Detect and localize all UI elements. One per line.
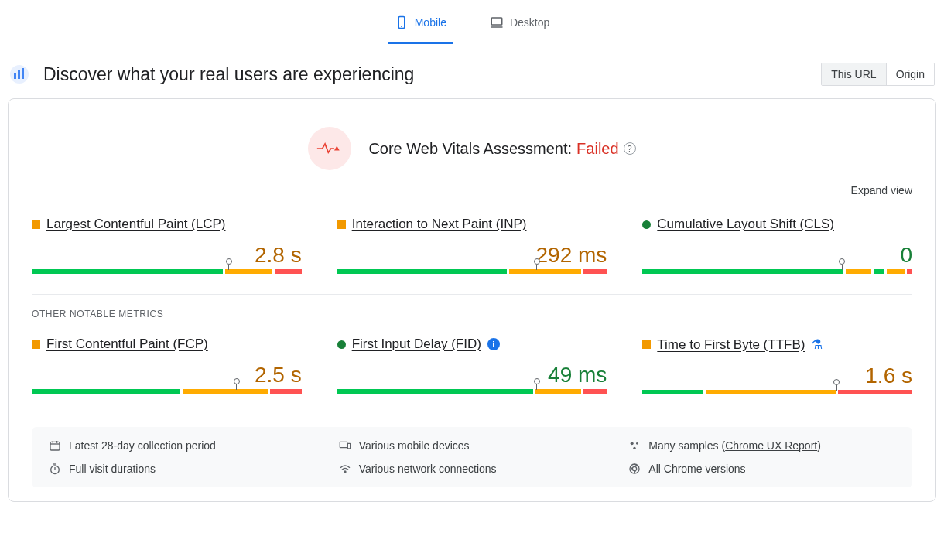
assessment-text: Core Web Vitals Assessment: Failed ? xyxy=(368,140,635,158)
metric-value: 49 ms xyxy=(337,352,607,389)
network-icon xyxy=(339,463,351,475)
assessment-row: Core Web Vitals Assessment: Failed ? xyxy=(26,116,918,176)
svg-rect-9 xyxy=(50,442,60,450)
tab-desktop[interactable]: Desktop xyxy=(484,11,556,44)
footer-network: Various network connections xyxy=(339,463,606,475)
footer-period: Latest 28-day collection period xyxy=(49,439,316,452)
device-tabs: Mobile Desktop xyxy=(0,0,944,44)
status-dot xyxy=(642,220,651,229)
toggle-this-url[interactable]: This URL xyxy=(822,63,885,85)
percentile-marker xyxy=(839,258,845,270)
samples-icon xyxy=(628,439,641,452)
footer-duration: Full visit durations xyxy=(49,463,316,475)
status-dot xyxy=(337,220,346,229)
percentile-marker xyxy=(534,258,540,270)
status-dot xyxy=(337,340,346,349)
desktop-icon xyxy=(490,15,504,29)
divider xyxy=(32,294,912,295)
svg-rect-2 xyxy=(491,18,502,25)
metric-cls: Cumulative Layout Shift (CLS) 0 xyxy=(642,217,912,274)
mobile-icon xyxy=(395,15,409,29)
toggle-origin[interactable]: Origin xyxy=(886,63,934,85)
metric-value: 2.5 s xyxy=(32,352,302,389)
metric-name-link[interactable]: Interaction to Next Paint (INP) xyxy=(352,217,527,232)
percentile-marker xyxy=(234,378,240,390)
footer-devices-text: Various mobile devices xyxy=(359,439,470,452)
percentile-marker xyxy=(833,379,840,391)
devices-icon xyxy=(339,439,351,452)
help-icon[interactable]: ? xyxy=(624,142,636,155)
distribution-bar xyxy=(642,269,912,274)
footer-samples: Many samples (Chrome UX Report) xyxy=(628,439,895,452)
vitals-card: Core Web Vitals Assessment: Failed ? Exp… xyxy=(8,98,936,502)
assessment-badge xyxy=(308,127,351,170)
footer-duration-text: Full visit durations xyxy=(69,463,156,475)
page-title: Discover what your real users are experi… xyxy=(43,64,414,85)
metric-name-link[interactable]: First Input Delay (FID) xyxy=(352,336,481,352)
percentile-marker xyxy=(226,258,232,270)
status-dot xyxy=(32,340,40,349)
flask-icon[interactable]: ⚗ xyxy=(811,336,823,353)
svg-rect-5 xyxy=(14,73,16,79)
assessment-status: Failed xyxy=(576,140,618,158)
scope-toggle: This URL Origin xyxy=(821,63,935,86)
metric-value: 292 ms xyxy=(337,232,607,269)
metric-value: 1.6 s xyxy=(642,353,912,390)
distribution-bar xyxy=(32,389,302,394)
distribution-bar xyxy=(337,389,607,394)
footer-devices: Various mobile devices xyxy=(339,439,606,452)
stopwatch-icon xyxy=(49,463,61,475)
other-metrics-label: OTHER NOTABLE METRICS xyxy=(26,309,918,336)
svg-rect-13 xyxy=(340,442,347,447)
footer-chrome-text: All Chrome versions xyxy=(648,463,745,475)
crux-report-link[interactable]: Chrome UX Report xyxy=(725,439,817,452)
status-dot xyxy=(642,340,651,349)
footer-samples-text: Many samples (Chrome UX Report) xyxy=(648,439,821,452)
svg-point-17 xyxy=(634,447,636,449)
assessment-label: Core Web Vitals Assessment: xyxy=(368,140,572,158)
core-metrics-grid: Largest Contentful Paint (LCP) 2.8 s Int… xyxy=(26,217,918,291)
svg-point-18 xyxy=(51,466,60,474)
metric-lcp: Largest Contentful Paint (LCP) 2.8 s xyxy=(32,217,302,274)
footer-period-text: Latest 28-day collection period xyxy=(69,439,216,452)
footer-network-text: Various network connections xyxy=(359,463,497,475)
distribution-bar xyxy=(337,269,607,274)
svg-point-21 xyxy=(344,471,346,473)
svg-marker-8 xyxy=(334,146,340,151)
expand-view-link[interactable]: Expand view xyxy=(26,176,918,217)
crux-icon xyxy=(9,64,29,84)
status-dot xyxy=(32,220,40,229)
calendar-icon xyxy=(49,439,61,452)
percentile-marker xyxy=(534,378,540,390)
chrome-icon xyxy=(628,463,641,475)
svg-rect-6 xyxy=(18,70,20,79)
metric-fcp: First Contentful Paint (FCP) 2.5 s xyxy=(32,336,302,394)
metric-name-link[interactable]: Cumulative Layout Shift (CLS) xyxy=(657,217,834,232)
svg-point-15 xyxy=(631,442,634,445)
svg-rect-7 xyxy=(22,68,24,79)
tab-mobile[interactable]: Mobile xyxy=(388,11,453,44)
metric-name-link[interactable]: Largest Contentful Paint (LCP) xyxy=(46,217,226,232)
metric-name-link[interactable]: Time to First Byte (TTFB) xyxy=(657,337,805,353)
metric-fid: First Input Delay (FID) i 49 ms xyxy=(337,336,607,394)
metric-ttfb: Time to First Byte (TTFB) ⚗ 1.6 s xyxy=(642,336,912,394)
metric-value: 2.8 s xyxy=(32,232,302,269)
tab-desktop-label: Desktop xyxy=(510,16,549,29)
svg-point-16 xyxy=(636,442,638,445)
header-row: Discover what your real users are experi… xyxy=(0,44,944,98)
footer-chrome: All Chrome versions xyxy=(628,463,895,475)
tab-mobile-label: Mobile xyxy=(415,16,446,29)
svg-rect-14 xyxy=(347,443,350,449)
metric-inp: Interaction to Next Paint (INP) 292 ms xyxy=(337,217,607,274)
other-metrics-grid: First Contentful Paint (FCP) 2.5 s First… xyxy=(26,336,918,411)
distribution-bar xyxy=(32,269,302,274)
distribution-bar xyxy=(642,390,912,394)
metric-value: 0 xyxy=(642,232,912,269)
info-icon[interactable]: i xyxy=(487,338,500,350)
data-context-footer: Latest 28-day collection period Various … xyxy=(32,427,912,487)
metric-name-link[interactable]: First Contentful Paint (FCP) xyxy=(46,336,208,352)
